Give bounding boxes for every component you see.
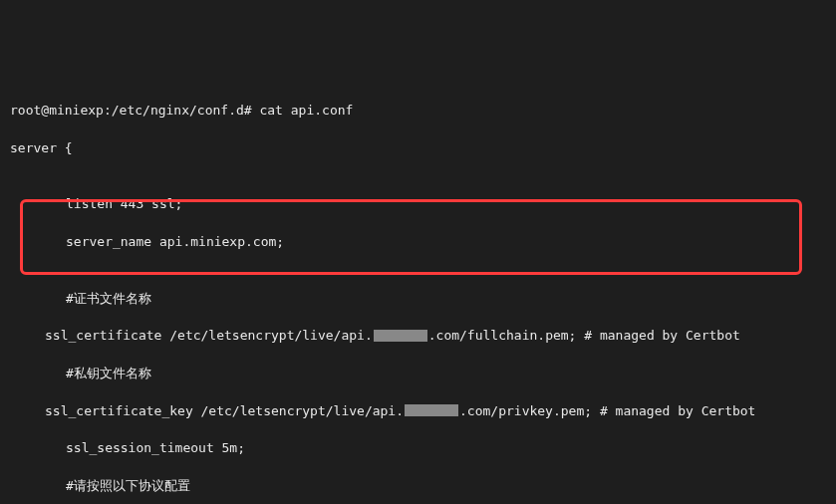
ssl-certificate-key-line: ssl_certificate_key /etc/letsencrypt/liv… — [10, 402, 826, 421]
config-line: listen 443 ssl; — [10, 195, 826, 214]
ssl-key-prefix: ssl_certificate_key /etc/letsencrypt/liv… — [45, 403, 404, 418]
ssl-cert-suffix: .com/fullchain.pem; # managed by Certbot — [428, 328, 740, 343]
config-line: #请按照以下协议配置 — [10, 477, 826, 496]
config-line: #私钥文件名称 — [10, 365, 826, 383]
redacted-domain — [405, 404, 458, 416]
ssl-key-suffix: .com/privkey.pem; # managed by Certbot — [459, 403, 755, 418]
redacted-domain — [374, 330, 427, 342]
config-line: ssl_session_timeout 5m; — [10, 439, 826, 458]
terminal-output: root@miniexp:/etc/nginx/conf.d# cat api.… — [10, 83, 826, 504]
config-line: #证书文件名称 — [10, 290, 826, 309]
config-line: server { — [10, 139, 826, 158]
ssl-certificate-line: ssl_certificate /etc/letsencrypt/live/ap… — [10, 327, 826, 346]
prompt-line: root@miniexp:/etc/nginx/conf.d# cat api.… — [10, 102, 826, 121]
config-line: server_name api.miniexp.com; — [10, 233, 826, 252]
ssl-cert-prefix: ssl_certificate /etc/letsencrypt/live/ap… — [45, 328, 373, 343]
